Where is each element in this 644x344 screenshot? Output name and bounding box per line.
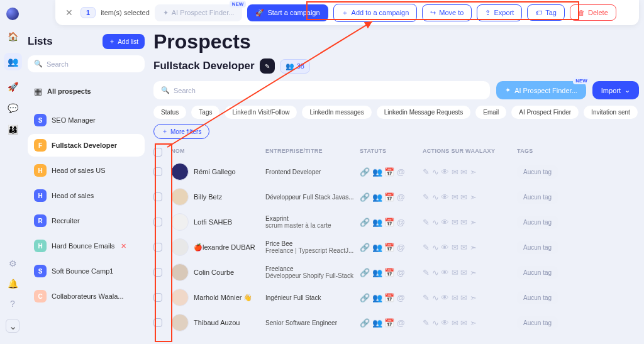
sidebar-item[interactable]: CCollaborateurs Waala... bbox=[28, 285, 145, 308]
filter-chip[interactable]: AI Prospect Finder bbox=[511, 106, 579, 119]
chevron-down-icon[interactable]: ⌄ bbox=[6, 319, 19, 333]
avatar[interactable] bbox=[171, 264, 189, 281]
ai-prospect-finder-button[interactable]: ✦ AI Prospect Finder... bbox=[496, 81, 586, 99]
action-icons[interactable]: ✎ ∿ 👁 ✉ ✉ ➣ bbox=[423, 318, 517, 328]
tag-chip[interactable]: Aucun tag bbox=[517, 165, 558, 179]
row-checkbox[interactable] bbox=[153, 293, 162, 302]
close-icon[interactable]: ✕ bbox=[63, 5, 75, 20]
filter-chip[interactable]: Invitation sent bbox=[584, 106, 638, 119]
sidebar-item[interactable]: FFullstack Developer bbox=[28, 134, 145, 157]
app-avatar-icon[interactable] bbox=[6, 8, 19, 20]
tag-chip[interactable]: Aucun tag bbox=[517, 316, 558, 330]
home-icon[interactable]: 🏠 bbox=[8, 31, 18, 42]
prospect-name[interactable]: Colin Courbe bbox=[194, 269, 234, 276]
export-button[interactable]: ⇪ Export bbox=[477, 4, 522, 21]
tag-chip[interactable]: Aucun tag bbox=[517, 241, 558, 254]
sidebar-item[interactable]: RRecruiter bbox=[28, 209, 145, 232]
prospect-name[interactable]: Thibaud Auzou bbox=[194, 319, 240, 326]
avatar[interactable] bbox=[171, 238, 189, 256]
avatar[interactable] bbox=[171, 314, 189, 331]
status-icons[interactable]: 🔗 👥 📅 @ bbox=[360, 243, 423, 252]
filters-row: StatusTagsLinkedIn Visit/FollowLinkedIn … bbox=[153, 106, 639, 119]
help-icon[interactable]: ? bbox=[10, 299, 15, 309]
tag-button[interactable]: 🏷 Tag bbox=[527, 4, 565, 21]
filter-chip[interactable]: LinkedIn messages bbox=[302, 106, 371, 119]
delete-button[interactable]: 🗑 Delete bbox=[570, 4, 616, 21]
row-checkbox[interactable] bbox=[153, 268, 162, 277]
add-to-campaign-button[interactable]: ＋ Add to a campaign bbox=[333, 4, 418, 22]
status-icons[interactable]: 🔗 👥 📅 @ bbox=[360, 192, 423, 202]
add-list-button[interactable]: ＋ Add list bbox=[103, 34, 145, 49]
prospect-name[interactable]: Marhold Mônier 👋 bbox=[194, 294, 252, 302]
select-all-checkbox[interactable] bbox=[153, 148, 162, 157]
tag-chip[interactable]: Aucun tag bbox=[517, 291, 558, 304]
table-row: Lotfi SAHEBExaprintscrum master à la car… bbox=[153, 209, 639, 235]
rocket-icon[interactable]: 🚀 bbox=[8, 82, 18, 92]
avatar[interactable] bbox=[171, 213, 189, 231]
avatar[interactable] bbox=[171, 188, 189, 206]
status-icons[interactable]: 🔗 👥 📅 @ bbox=[360, 218, 423, 227]
sidebar-item[interactable]: SSoft Bounce Camp1 bbox=[28, 260, 145, 282]
import-button[interactable]: Import ⌄ bbox=[592, 81, 639, 99]
lists-search-input[interactable]: 🔍 Search bbox=[28, 55, 145, 72]
filter-chip[interactable]: Email bbox=[475, 106, 506, 119]
start-campaign-button[interactable]: 🚀 Start a campaign bbox=[247, 4, 328, 21]
selection-topbar: ✕ 1 item(s) selected ✦ AI Prospect Finde… bbox=[55, 0, 639, 25]
status-icons[interactable]: 🔗 👥 📅 @ bbox=[360, 268, 423, 277]
search-input[interactable]: 🔍 Search bbox=[153, 81, 490, 99]
table-row: 🍎lexandre DUBARPrice BeeFreelance | Type… bbox=[153, 235, 639, 260]
row-checkbox[interactable] bbox=[153, 243, 162, 252]
sidebar-item[interactable]: HHead of sales US bbox=[28, 159, 145, 182]
status-icons[interactable]: 🔗 👥 📅 @ bbox=[360, 293, 423, 302]
table-row: Colin CourbeFreelanceDéveloppeur Shopify… bbox=[153, 260, 639, 285]
action-icons[interactable]: ✎ ∿ 👁 ✉ ✉ ➣ bbox=[423, 167, 517, 177]
filter-chip[interactable]: Status bbox=[153, 106, 186, 119]
tag-chip[interactable]: Aucun tag bbox=[517, 191, 558, 204]
row-checkbox[interactable] bbox=[153, 167, 162, 176]
status-icons[interactable]: 🔗 👥 📅 @ bbox=[360, 318, 423, 328]
row-checkbox[interactable] bbox=[153, 192, 162, 201]
gear-icon[interactable]: ⚙ bbox=[9, 258, 17, 269]
col-nom: NOM bbox=[171, 148, 265, 157]
prospect-name[interactable]: 🍎lexandre DUBAR bbox=[194, 243, 255, 252]
entreprise-cell: Exaprintscrum master à la carte bbox=[265, 215, 360, 229]
avatar[interactable] bbox=[171, 289, 189, 306]
tag-chip[interactable]: Aucun tag bbox=[517, 266, 558, 279]
move-to-button[interactable]: ↪ Move to bbox=[422, 4, 472, 21]
sidebar-item[interactable]: HHead of sales bbox=[28, 184, 145, 207]
prospect-name[interactable]: Rémi Gallego bbox=[194, 168, 236, 175]
new-badge: NEW bbox=[230, 1, 247, 8]
edit-icon[interactable]: ✎ bbox=[260, 58, 275, 74]
all-prospects-item[interactable]: ▦ All prospects bbox=[28, 81, 145, 101]
action-icons[interactable]: ✎ ∿ 👁 ✉ ✉ ➣ bbox=[423, 268, 517, 277]
prospect-name[interactable]: Lotfi SAHEB bbox=[194, 218, 232, 226]
filter-chip[interactable]: Tags bbox=[191, 106, 219, 119]
row-checkbox[interactable] bbox=[153, 218, 162, 226]
sidebar-item[interactable]: SSEO Manager bbox=[28, 109, 145, 131]
filter-chip[interactable]: LinkedIn Visit/Follow bbox=[225, 106, 297, 119]
chat-icon[interactable]: 💬 bbox=[8, 103, 18, 113]
status-icons[interactable]: 🔗 👥 📅 @ bbox=[360, 167, 423, 177]
action-icons[interactable]: ✎ ∿ 👁 ✉ ✉ ➣ bbox=[423, 293, 517, 302]
avatar[interactable] bbox=[171, 163, 189, 180]
team-icon[interactable]: 👨‍👩‍👦 bbox=[8, 125, 18, 135]
col-tags: TAGS bbox=[517, 148, 567, 157]
grid-icon: ▦ bbox=[34, 86, 42, 96]
sidebar-item[interactable]: HHard Bounce Emails✕ bbox=[28, 235, 145, 257]
action-icons[interactable]: ✎ ∿ 👁 ✉ ✉ ➣ bbox=[423, 218, 517, 227]
table-row: Billy BetzDéveloppeur Full Stack Javas..… bbox=[153, 184, 639, 209]
col-entreprise: ENTREPRISE/TITRE bbox=[265, 148, 360, 157]
entreprise-cell: Price BeeFreelance | Typescript ReactJ..… bbox=[265, 240, 360, 254]
lists-title: Lists bbox=[28, 35, 53, 48]
people-icon[interactable]: 👥 bbox=[4, 53, 22, 70]
action-icons[interactable]: ✎ ∿ 👁 ✉ ✉ ➣ bbox=[423, 192, 517, 202]
prospects-table: NOM ENTREPRISE/TITRE STATUTS ACTIONS SUR… bbox=[153, 145, 639, 335]
prospect-name[interactable]: Billy Betz bbox=[194, 193, 222, 201]
filter-chip[interactable]: Linkedin Message Requests bbox=[377, 106, 471, 119]
more-filters-button[interactable]: ＋ More filters bbox=[153, 124, 209, 139]
row-checkbox[interactable] bbox=[153, 318, 162, 327]
selected-text: item(s) selected bbox=[101, 9, 150, 16]
action-icons[interactable]: ✎ ∿ 👁 ✉ ✉ ➣ bbox=[423, 243, 517, 252]
bell-icon[interactable]: 🔔 bbox=[8, 279, 18, 289]
tag-chip[interactable]: Aucun tag bbox=[517, 216, 558, 229]
